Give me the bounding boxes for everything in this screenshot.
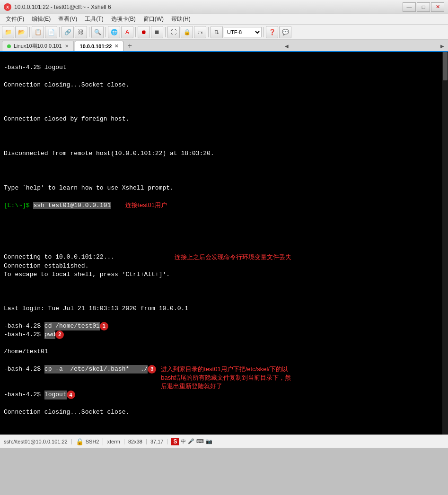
- separator4: [105, 27, 106, 37]
- tab-nav-right[interactable]: ▶: [439, 41, 446, 51]
- terminal-content: -bash-4.2$ logout Connection closing...S…: [4, 55, 444, 253]
- ann3-line2: bash结尾的所有隐藏文件复制到当前目录下，然: [161, 373, 291, 382]
- badge-3: 2: [55, 330, 64, 339]
- annotation-3: 进入到家目录的test01用户下把/etc/skel/下的以 bash结尾的所有…: [156, 365, 291, 391]
- terminal-line-1: -bash-4.2$ logout: [4, 63, 444, 72]
- encoding-select[interactable]: UTF-8: [224, 27, 262, 37]
- cmd-5: logout: [44, 391, 67, 399]
- menu-bar: 文件(F) 编辑(E) 查看(V) 工具(T) 选项卡(B) 窗口(W) 帮助(…: [0, 14, 448, 25]
- tab-dot-1: [7, 44, 11, 48]
- status-connection: ssh://test01@10.0.0.101:22: [4, 439, 72, 444]
- scrollbar-thumb[interactable]: [443, 52, 448, 80]
- annotation-2: 连接上之后会发现命令行环境变量文件丢失: [170, 253, 444, 261]
- cols-label: 82x38: [128, 439, 142, 444]
- search-button[interactable]: 🔍: [91, 26, 104, 38]
- close-button[interactable]: ✕: [431, 2, 444, 12]
- terminal-content-4: Connection closing...Socket close. Conne…: [4, 399, 444, 435]
- transfer-button[interactable]: ⇅: [211, 26, 223, 38]
- terminal-area[interactable]: -bash-4.2$ logout Connection closing...S…: [0, 52, 448, 434]
- terminal-line-8: Type `help' to learn how to use Xshell p…: [4, 184, 444, 192]
- menu-tabs[interactable]: 选项卡(B): [107, 14, 140, 24]
- status-ime: S 中 🎤 ⌨ 📷: [171, 438, 216, 445]
- disconnect-button[interactable]: ⛓: [75, 26, 87, 38]
- copy-button[interactable]: 📋: [32, 26, 44, 38]
- status-size: 82x38: [128, 439, 147, 444]
- globe-button[interactable]: 🌐: [108, 26, 120, 38]
- cmd-4: cp -a /etc/skel/.bash* ./: [44, 365, 148, 373]
- maximize-button[interactable]: □: [417, 2, 430, 12]
- stop-button[interactable]: ⏹: [151, 26, 163, 38]
- terminal-line-14: /home/test01: [4, 347, 444, 356]
- tab-nav-left[interactable]: ◀: [283, 41, 290, 51]
- terminal-line-15: Connection closing...Socket close.: [4, 408, 444, 417]
- cmd5-line: -bash-4.2$ logout 4: [4, 391, 444, 399]
- help-button[interactable]: ❓: [266, 26, 278, 38]
- terminal-line-4: Connection closed by foreign host.: [4, 115, 444, 123]
- tab-close-1[interactable]: ✕: [65, 43, 69, 49]
- cmd-1: ssh test01@10.0.0.101: [33, 202, 111, 209]
- new-tab-button[interactable]: +: [124, 41, 135, 51]
- terminal-label: xterm: [107, 439, 120, 444]
- separator1: [29, 27, 30, 37]
- tab-101-22[interactable]: 10.0.0.101:22 ✕: [75, 41, 124, 51]
- pos-label: 37,17: [150, 439, 164, 444]
- status-terminal: xterm: [107, 439, 124, 444]
- color-button[interactable]: A: [121, 26, 133, 38]
- cp-line-block: -bash-4.2$ cp -a /etc/skel/.bash* ./ 3 进…: [4, 365, 444, 391]
- cmd3-line: -bash-4.2$ pwd 2: [4, 330, 444, 339]
- menu-help[interactable]: 帮助(H): [167, 14, 194, 24]
- separator5: [135, 27, 136, 37]
- tab-linux10[interactable]: Linux10期10.0.0.101 ✕: [2, 41, 74, 51]
- separator3: [89, 27, 89, 37]
- status-lock: 🔒 SSH2: [76, 438, 104, 445]
- window-controls: — □ ✕: [403, 2, 444, 12]
- cmd4-line: -bash-4.2$ cp -a /etc/skel/.bash* ./ 3: [4, 365, 156, 373]
- badge-5: 4: [67, 391, 75, 399]
- terminal-prompt-1-line: [E:\~]$ ssh test01@10.0.0.101 连接test01用户: [4, 201, 444, 210]
- connecting-lines: Connecting to 10.0.0.101:22... Connectio…: [4, 253, 170, 279]
- new-session-button[interactable]: 📁: [2, 26, 14, 38]
- terminal-blank-5: [4, 236, 444, 244]
- status-bar: ssh://test01@10.0.0.101:22 🔒 SSH2 xterm …: [0, 434, 448, 448]
- protocol-label: SSH2: [86, 439, 99, 444]
- badge-4: 3: [148, 365, 156, 373]
- separator2: [59, 27, 60, 37]
- ime-icon: S: [171, 438, 179, 445]
- menu-file[interactable]: 文件(F): [2, 14, 28, 24]
- terminal-line-6: Disconnected from remote host(10.0.0.101…: [4, 149, 444, 158]
- separator6: [165, 27, 166, 37]
- terminal-blank-2: [4, 132, 444, 141]
- connect-button[interactable]: 🔗: [61, 26, 74, 38]
- prompt-2: -bash-4.2$: [4, 322, 44, 330]
- chat-button[interactable]: 💬: [279, 26, 291, 38]
- record-button[interactable]: ⏺: [138, 26, 150, 38]
- fullscreen-button[interactable]: ⛶: [167, 26, 180, 38]
- menu-view[interactable]: 查看(V): [54, 14, 81, 24]
- annotation-1: 连接test01用户: [125, 201, 167, 208]
- scrollbar-track[interactable]: [442, 52, 448, 434]
- minimize-button[interactable]: —: [403, 2, 416, 12]
- key-button[interactable]: 🗝: [194, 26, 206, 38]
- terminal-blank-7: [4, 425, 444, 434]
- open-button[interactable]: 📂: [15, 26, 27, 38]
- title-bar: X 10.0.0.101:22 - test01@clf:~ - Xshell …: [0, 0, 448, 14]
- menu-tools[interactable]: 工具(T): [81, 14, 107, 24]
- connecting-line-block: Connecting to 10.0.0.101:22... Connectio…: [4, 253, 444, 279]
- lock-button[interactable]: 🔒: [181, 26, 193, 38]
- menu-window[interactable]: 窗口(W): [140, 14, 167, 24]
- terminal-blank-6: [4, 287, 444, 296]
- cmd-2: cd /home/test01: [44, 322, 100, 330]
- paste-button[interactable]: 📄: [45, 26, 57, 38]
- cmd-3: pwd: [44, 330, 55, 339]
- tab-close-2[interactable]: ✕: [114, 43, 118, 49]
- terminal-blank-4: [4, 219, 444, 227]
- terminal-blank-3: [4, 166, 444, 175]
- terminal-line-2: Connection closing...Socket close.: [4, 81, 444, 89]
- tab-label-2: 10.0.0.101:22: [80, 43, 112, 49]
- cmd2-line: -bash-4.2$ cd /home/test01 1: [4, 322, 444, 330]
- connection-label: ssh://test01@10.0.0.101:22: [4, 439, 68, 444]
- window-title: 10.0.0.101:22 - test01@clf:~ - Xshell 6: [14, 4, 403, 10]
- menu-edit[interactable]: 编辑(E): [28, 14, 54, 24]
- terminal-content-3: /home/test01: [4, 339, 444, 365]
- lock-icon: 🔒: [76, 438, 84, 445]
